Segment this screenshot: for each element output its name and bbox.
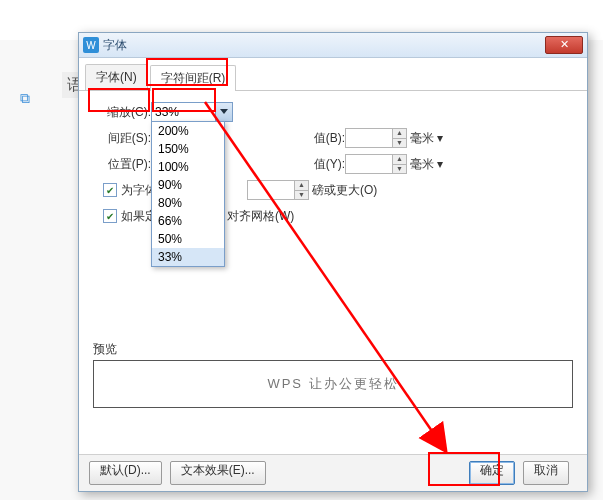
titlebar: W 字体 ✕ [79, 33, 587, 58]
scale-option[interactable]: 150% [152, 140, 224, 158]
preview-label: 预览 [93, 341, 573, 358]
tab-font[interactable]: 字体(N) [85, 64, 148, 90]
ok-button[interactable]: 确定 [469, 461, 515, 485]
scale-option[interactable]: 200% [152, 122, 224, 140]
font-dialog: W 字体 ✕ 字体(N) 字符间距(R) 缩放(C): 33% 间距(S): 值… [78, 32, 588, 492]
scale-option[interactable]: 90% [152, 176, 224, 194]
scale-option[interactable]: 80% [152, 194, 224, 212]
label-position: 位置(P): [93, 156, 151, 173]
svg-marker-0 [220, 109, 228, 114]
cancel-button[interactable]: 取消 [523, 461, 569, 485]
label-spacing: 间距(S): [93, 130, 151, 147]
label-value-b: 值(B): [301, 130, 345, 147]
scale-option-selected[interactable]: 33% [152, 248, 224, 266]
kerning-label-suffix: 磅或更大(O) [312, 182, 377, 199]
dialog-button-bar: 默认(D)... 文本效果(E)... 确定 取消 [79, 454, 587, 491]
position-value-spinner[interactable]: ▲▼ [345, 154, 407, 174]
scale-dropdown-button[interactable] [215, 103, 232, 121]
default-button[interactable]: 默认(D)... [89, 461, 162, 485]
kerning-spinner[interactable]: ▲▼ [247, 180, 309, 200]
kerning-checkbox[interactable]: ✔ [103, 183, 117, 197]
text-effect-button[interactable]: 文本效果(E)... [170, 461, 266, 485]
scale-option[interactable]: 66% [152, 212, 224, 230]
spacing-value-spinner[interactable]: ▲▼ [345, 128, 407, 148]
label-scale: 缩放(C): [93, 104, 151, 121]
label-value-y: 值(Y): [301, 156, 345, 173]
snapgrid-checkbox[interactable]: ✔ [103, 209, 117, 223]
close-button[interactable]: ✕ [545, 36, 583, 54]
scale-value: 33% [152, 105, 215, 119]
preview-area: WPS 让办公更轻松 [93, 360, 573, 408]
dialog-title: 字体 [103, 37, 545, 54]
scale-dropdown-list[interactable]: 200% 150% 100% 90% 80% 66% 50% 33% [151, 121, 225, 267]
scale-combo[interactable]: 33% [151, 102, 233, 122]
app-icon: W [83, 37, 99, 53]
snapgrid-label-suffix: 对齐网格(W) [227, 208, 294, 225]
unit-mm-2[interactable]: 毫米 ▾ [410, 156, 443, 173]
unit-mm-1[interactable]: 毫米 ▾ [410, 130, 443, 147]
tab-bar: 字体(N) 字符间距(R) [79, 58, 587, 91]
chevron-down-icon [220, 109, 228, 115]
scale-option[interactable]: 50% [152, 230, 224, 248]
doc-sidebar-icon: ⧉ [20, 90, 30, 107]
scale-option[interactable]: 100% [152, 158, 224, 176]
tab-char-spacing[interactable]: 字符间距(R) [150, 65, 237, 91]
